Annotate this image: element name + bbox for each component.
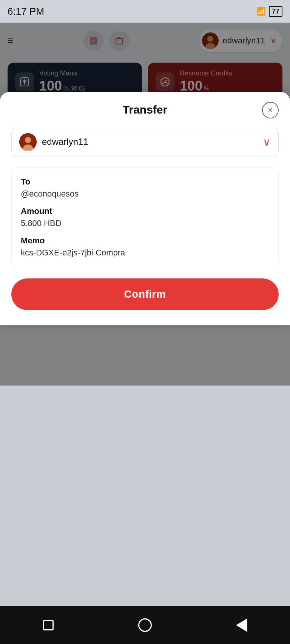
home-icon (138, 618, 152, 632)
recent-apps-icon (43, 620, 54, 630)
to-value: @econoquesos (21, 189, 269, 199)
status-time: 6:17 PM (8, 6, 44, 17)
close-icon: × (268, 105, 273, 115)
from-avatar-image (19, 133, 37, 151)
home-button[interactable] (136, 616, 154, 635)
modal-title: Transfer (123, 103, 167, 116)
to-label: To (21, 177, 269, 187)
modal-sheet: Transfer × (0, 92, 290, 325)
from-avatar (19, 133, 37, 151)
back-button[interactable] (232, 616, 251, 635)
recent-apps-button[interactable] (39, 616, 58, 635)
back-icon (236, 618, 247, 632)
from-account-selector[interactable]: edwarlyn11 ∨ (11, 127, 279, 157)
app-background: ≡ ↑ (0, 23, 290, 386)
transfer-details: To @econoquesos Amount 5.800 HBD Memo kc… (11, 168, 279, 267)
amount-label: Amount (21, 206, 269, 216)
from-account-name: edwarlyn11 (42, 137, 88, 147)
transfer-modal: Transfer × (0, 92, 290, 325)
android-nav-bar (0, 606, 290, 644)
from-account-chevron-icon: ∨ (263, 136, 271, 148)
from-account-row: edwarlyn11 ∨ (19, 133, 271, 151)
amount-value: 5.800 HBD (21, 218, 269, 228)
status-icons: 📶 77 (256, 6, 282, 17)
battery-indicator: 77 (269, 6, 282, 17)
confirm-button[interactable]: Confirm (11, 278, 279, 310)
modal-header: Transfer × (11, 103, 279, 116)
status-bar: 6:17 PM 📶 77 (0, 0, 290, 23)
modal-close-button[interactable]: × (262, 102, 279, 118)
from-account-inner: edwarlyn11 (19, 133, 88, 151)
svg-point-16 (25, 137, 31, 143)
memo-label: Memo (21, 236, 269, 246)
signal-icon: 📶 (256, 7, 266, 16)
memo-value: kcs-DGXE-e2js-7jbi Compra (21, 248, 269, 258)
